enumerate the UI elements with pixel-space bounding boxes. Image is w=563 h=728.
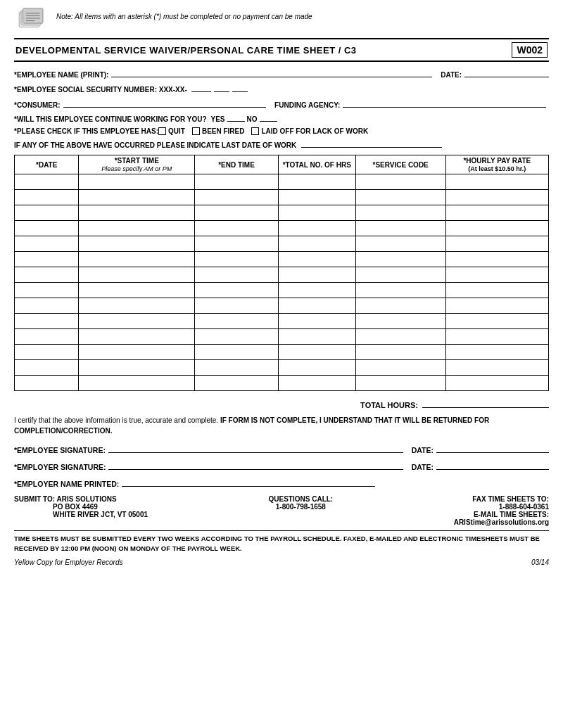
table-cell[interactable]	[278, 329, 355, 345]
quit-checkbox-item[interactable]: QUIT	[158, 127, 185, 135]
table-cell[interactable]	[79, 190, 195, 205]
table-cell[interactable]	[445, 360, 548, 376]
table-cell[interactable]	[278, 252, 355, 267]
table-cell[interactable]	[445, 267, 548, 283]
table-cell[interactable]	[445, 283, 548, 298]
laid-off-checkbox[interactable]	[251, 127, 259, 135]
table-cell[interactable]	[79, 174, 195, 190]
table-cell[interactable]	[445, 221, 548, 236]
table-cell[interactable]	[278, 360, 355, 376]
table-cell[interactable]	[278, 298, 355, 314]
table-cell[interactable]	[195, 283, 279, 298]
table-cell[interactable]	[79, 360, 195, 376]
table-cell[interactable]	[278, 376, 355, 391]
table-cell[interactable]	[355, 376, 445, 391]
employee-name-field[interactable]	[111, 68, 432, 77]
table-cell[interactable]	[15, 314, 79, 329]
table-cell[interactable]	[355, 329, 445, 345]
table-cell[interactable]	[15, 236, 79, 252]
table-cell[interactable]	[79, 236, 195, 252]
table-cell[interactable]	[355, 205, 445, 221]
last-date-field[interactable]	[301, 139, 442, 148]
total-hours-field[interactable]	[422, 398, 549, 408]
employer-sig-field[interactable]	[108, 460, 403, 470]
table-cell[interactable]	[355, 174, 445, 190]
employer-sig-date-field[interactable]	[436, 460, 549, 470]
table-cell[interactable]	[79, 329, 195, 345]
quit-checkbox[interactable]	[158, 127, 166, 135]
table-cell[interactable]	[195, 205, 279, 221]
table-cell[interactable]	[15, 190, 79, 205]
table-cell[interactable]	[195, 376, 279, 391]
table-cell[interactable]	[15, 283, 79, 298]
fired-checkbox[interactable]	[192, 127, 200, 135]
table-cell[interactable]	[355, 314, 445, 329]
table-cell[interactable]	[15, 298, 79, 314]
table-cell[interactable]	[15, 174, 79, 190]
laid-off-checkbox-item[interactable]: LAID OFF FOR LACK OF WORK	[251, 127, 368, 135]
table-cell[interactable]	[355, 283, 445, 298]
employee-sig-field[interactable]	[108, 443, 403, 453]
table-cell[interactable]	[445, 376, 548, 391]
table-cell[interactable]	[355, 298, 445, 314]
table-cell[interactable]	[445, 236, 548, 252]
table-cell[interactable]	[445, 205, 548, 221]
table-cell[interactable]	[355, 267, 445, 283]
table-cell[interactable]	[79, 376, 195, 391]
fired-checkbox-item[interactable]: BEEN FIRED	[192, 127, 245, 135]
table-cell[interactable]	[445, 252, 548, 267]
table-cell[interactable]	[445, 345, 548, 360]
table-cell[interactable]	[195, 329, 279, 345]
yes-field[interactable]	[227, 113, 245, 122]
table-cell[interactable]	[445, 298, 548, 314]
table-cell[interactable]	[15, 252, 79, 267]
table-cell[interactable]	[79, 205, 195, 221]
employee-sig-date-field[interactable]	[436, 443, 549, 453]
table-cell[interactable]	[278, 345, 355, 360]
table-cell[interactable]	[15, 205, 79, 221]
employee-date-field[interactable]	[464, 68, 549, 77]
table-cell[interactable]	[195, 190, 279, 205]
consumer-field[interactable]	[63, 98, 267, 108]
table-cell[interactable]	[195, 174, 279, 190]
table-cell[interactable]	[15, 376, 79, 391]
table-cell[interactable]	[278, 267, 355, 283]
table-cell[interactable]	[278, 283, 355, 298]
employer-name-field[interactable]	[122, 477, 375, 487]
table-cell[interactable]	[195, 298, 279, 314]
table-cell[interactable]	[445, 174, 548, 190]
table-cell[interactable]	[355, 345, 445, 360]
no-field[interactable]	[260, 113, 277, 122]
table-cell[interactable]	[195, 267, 279, 283]
table-cell[interactable]	[278, 314, 355, 329]
table-cell[interactable]	[195, 345, 279, 360]
table-cell[interactable]	[355, 360, 445, 376]
table-cell[interactable]	[79, 314, 195, 329]
table-cell[interactable]	[79, 267, 195, 283]
table-cell[interactable]	[445, 190, 548, 205]
table-cell[interactable]	[15, 221, 79, 236]
table-cell[interactable]	[278, 174, 355, 190]
table-cell[interactable]	[355, 252, 445, 267]
table-cell[interactable]	[195, 236, 279, 252]
table-cell[interactable]	[79, 283, 195, 298]
table-cell[interactable]	[15, 360, 79, 376]
table-cell[interactable]	[278, 221, 355, 236]
table-cell[interactable]	[195, 314, 279, 329]
table-cell[interactable]	[278, 205, 355, 221]
table-cell[interactable]	[79, 298, 195, 314]
table-cell[interactable]	[195, 360, 279, 376]
table-cell[interactable]	[445, 314, 548, 329]
table-cell[interactable]	[355, 221, 445, 236]
table-cell[interactable]	[278, 236, 355, 252]
table-cell[interactable]	[355, 190, 445, 205]
table-cell[interactable]	[15, 329, 79, 345]
table-cell[interactable]	[79, 252, 195, 267]
table-cell[interactable]	[15, 345, 79, 360]
table-cell[interactable]	[278, 190, 355, 205]
table-cell[interactable]	[445, 329, 548, 345]
table-cell[interactable]	[79, 345, 195, 360]
table-cell[interactable]	[355, 236, 445, 252]
table-cell[interactable]	[15, 267, 79, 283]
table-cell[interactable]	[79, 221, 195, 236]
